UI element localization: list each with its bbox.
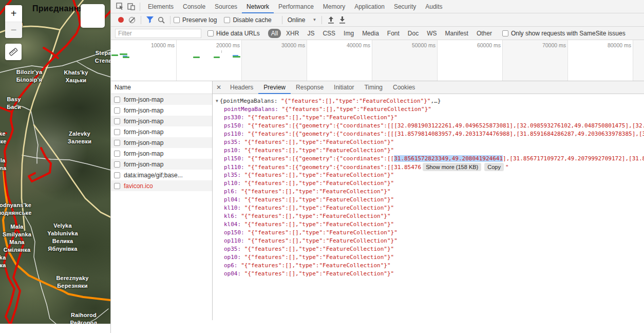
record-icon [118, 17, 124, 23]
json-line[interactable]: pointMegaBalans: "{"features":[],"type":… [213, 105, 644, 114]
copy-button[interactable]: Copy [484, 163, 504, 171]
filter-type-all[interactable]: All [268, 29, 281, 38]
waterfall-bar-blue [123, 55, 127, 57]
request-row[interactable]: form-json-map [111, 116, 212, 126]
tab-performance[interactable]: Performance [274, 0, 318, 13]
filter-button[interactable] [144, 14, 156, 26]
json-value: "{"features":[],"type":"FeatureCollectio… [282, 106, 431, 113]
filter-type-other[interactable]: Other [473, 29, 495, 38]
filter-type-img[interactable]: Img [340, 29, 357, 38]
json-line[interactable]: ps35: "{"features":[],"type":"FeatureCol… [213, 138, 644, 146]
request-checkbox[interactable] [114, 140, 120, 146]
json-line[interactable]: ps110: "{"features":[{"geometry":{"coord… [213, 130, 644, 138]
filter-type-xhr[interactable]: XHR [283, 29, 302, 38]
request-row[interactable]: form-json-map [111, 126, 212, 137]
tab-security[interactable]: Security [389, 0, 421, 13]
json-line[interactable]: kl04: "{"features":[],"type":"FeatureCol… [213, 220, 644, 229]
import-har-button[interactable] [325, 14, 336, 26]
tab-elements[interactable]: Elements [143, 0, 178, 13]
detail-tab-preview[interactable]: Preview [258, 81, 291, 94]
json-line[interactable]: ps150: "{"features":[{"geometry":{"coord… [213, 122, 644, 130]
measure-tool-button[interactable] [5, 44, 22, 60]
map-town-label: RaihorodРайгород [70, 311, 97, 324]
filter-type-font[interactable]: Font [384, 29, 403, 38]
filter-type-js[interactable]: JS [304, 29, 317, 38]
app-root: kaвкаStepankyСтепанкиBilozir'yaБілозір'я… [0, 0, 644, 333]
json-line[interactable]: kl10: "{"features":[],"type":"FeatureCol… [213, 204, 644, 212]
tab-memory[interactable]: Memory [318, 0, 350, 13]
json-line[interactable]: op150: "{"features":[],"type":"FeatureCo… [213, 229, 644, 237]
filter-type-manifest[interactable]: Manifest [442, 29, 471, 38]
tab-application[interactable]: Application [350, 0, 389, 13]
json-line[interactable]: op110: "{"features":[],"type":"FeatureCo… [213, 237, 644, 245]
tab-console[interactable]: Console [178, 0, 210, 13]
request-checkbox[interactable] [114, 183, 120, 189]
request-name: data:image/gif;base... [124, 172, 183, 179]
request-row[interactable]: form-json-map [111, 148, 212, 159]
detail-tab-cookies[interactable]: Cookies [388, 81, 420, 94]
preserve-log-checkbox[interactable]: Preserve log [174, 16, 217, 24]
request-row[interactable]: data:image/gif;base... [111, 170, 212, 180]
request-checkbox[interactable] [114, 118, 120, 124]
name-column-header[interactable]: Name [111, 81, 212, 94]
filter-type-doc[interactable]: Doc [405, 29, 422, 38]
record-button[interactable] [115, 14, 126, 26]
json-line[interactable]: op35: "{"features":[],"type":"FeatureCol… [213, 245, 644, 253]
request-row[interactable]: form-json-map [111, 94, 212, 105]
request-row[interactable]: favicon.ico [111, 180, 212, 191]
export-har-button[interactable] [336, 14, 348, 26]
json-line[interactable]: pl6: "{"features":[],"type":"FeatureColl… [213, 188, 644, 196]
detail-tab-response[interactable]: Response [291, 81, 329, 94]
json-line[interactable]: op10: "{"features":[],"type":"FeatureCol… [213, 253, 644, 262]
disable-cache-checkbox[interactable]: Disable cache [224, 16, 271, 24]
request-checkbox[interactable] [114, 129, 120, 135]
request-checkbox[interactable] [114, 151, 120, 157]
json-line[interactable]: pl110: "{"features":[{"geometry":{"coord… [213, 163, 644, 171]
filter-type-css[interactable]: CSS [319, 29, 338, 38]
detail-tab-headers[interactable]: Headers [225, 81, 258, 94]
detail-tab-timing[interactable]: Timing [359, 81, 388, 94]
request-checkbox[interactable] [114, 97, 120, 103]
detail-tabs: HeadersPreviewResponseInitiatorTimingCoo… [225, 81, 420, 94]
filter-type-ws[interactable]: WS [424, 29, 440, 38]
json-line[interactable]: op6: "{"features":[],"type":"FeatureColl… [213, 262, 644, 270]
json-line[interactable]: pl35: "{"features":[],"type":"FeatureCol… [213, 171, 644, 179]
json-value: "{"features":[],"type":"FeatureCollectio… [241, 213, 390, 219]
clear-button[interactable] [126, 14, 138, 26]
inspect-element-button[interactable] [114, 1, 125, 12]
detail-tab-initiator[interactable]: Initiator [329, 81, 359, 94]
request-checkbox[interactable] [114, 161, 120, 168]
json-root-line[interactable]: ▼{pointMegaBalans: "{"features":[],"type… [213, 97, 644, 105]
json-line[interactable]: kl6: "{"features":[],"type":"FeatureColl… [213, 212, 644, 220]
request-checkbox[interactable] [114, 172, 120, 178]
request-row[interactable]: form-json-map [111, 137, 212, 148]
json-line[interactable]: pl150: "{"features":[{"geometry":{"coord… [213, 155, 644, 163]
json-line[interactable]: op04: "{"features":[],"type":"FeatureCol… [213, 270, 644, 278]
search-button[interactable] [156, 14, 167, 26]
hide-data-urls-checkbox[interactable]: Hide data URLs [207, 30, 260, 37]
samesite-checkbox[interactable]: Only show requests with SameSite issues [502, 30, 626, 37]
throttling-dropdown[interactable]: Online ▼ [288, 16, 317, 24]
selected-text: 31.8561572823349,49.208041924641 [394, 155, 503, 162]
tab-network[interactable]: Network [242, 0, 274, 13]
json-line[interactable]: pl04: "{"features":[],"type":"FeatureCol… [213, 196, 644, 204]
show-more-button[interactable]: Show more (158 KB) [423, 163, 481, 171]
device-toolbar-button[interactable] [125, 1, 137, 12]
map-info-box[interactable] [81, 4, 105, 28]
tab-sources[interactable]: Sources [210, 0, 242, 13]
filter-input[interactable] [115, 29, 201, 38]
zoom-in-button[interactable]: + [5, 5, 22, 22]
filter-type-media[interactable]: Media [359, 29, 382, 38]
request-checkbox[interactable] [114, 107, 120, 114]
request-row[interactable]: form-json-map [111, 159, 212, 170]
request-row[interactable]: form-json-map [111, 105, 212, 116]
close-icon[interactable]: ✕ [213, 84, 225, 91]
network-overview-timeline[interactable]: 10000 ms20000 ms30000 ms40000 ms50000 ms… [111, 40, 644, 81]
map-canvas[interactable]: kaвкаStepankyСтепанкиBilozir'yaБілозір'я… [0, 0, 110, 324]
json-line[interactable]: ps330: "{"features":[],"type":"FeatureCo… [213, 114, 644, 122]
zoom-out-button[interactable]: − [5, 22, 22, 38]
json-line[interactable]: pl10: "{"features":[],"type":"FeatureCol… [213, 179, 644, 188]
json-key: op04: [224, 270, 244, 277]
json-line[interactable]: ps10: "{"features":[],"type":"FeatureCol… [213, 146, 644, 155]
tab-audits[interactable]: Audits [421, 0, 447, 13]
